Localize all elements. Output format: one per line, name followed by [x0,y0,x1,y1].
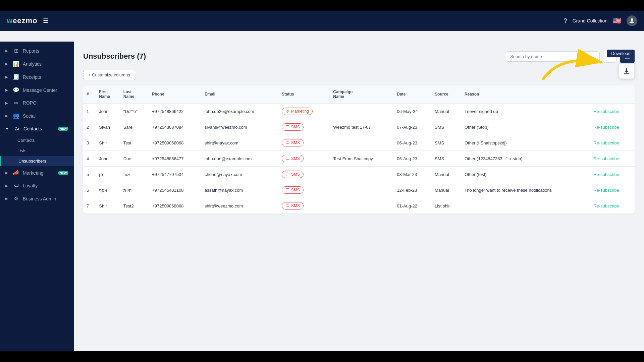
cell-email: sivans@weezmo.com [201,119,278,135]
cell-email: assafh@nayax.com [201,182,278,198]
cell-date: 06-Aug-23 [393,151,431,167]
cell-first-name: Shir [96,198,120,214]
resubscribe-link[interactable]: Re-subscribe [593,156,619,161]
org-name[interactable]: Grand Collection [573,18,607,23]
sidebar-subitem-lists[interactable]: Lists [0,145,74,156]
table-row: 7 Shir Test2 +972509068068 shirt@weezmo.… [83,198,635,214]
cell-first-name: אסף [96,182,120,198]
resubscribe-link[interactable]: Re-subscribe [593,172,619,177]
unsubscribers-table: # FirstName LastName Phone Email Status … [83,85,635,214]
cell-num: 2 [83,119,96,135]
cell-action: Re-subscribe [590,119,635,135]
sidebar-item-label: Marketing [23,170,55,176]
sidebar-item-receipts[interactable]: ▶ 🧾 Receipts [0,70,74,83]
new-badge: NEW [58,171,68,175]
cell-action: Re-subscribe [590,103,635,119]
col-phone: Phone [149,85,201,103]
resubscribe-link[interactable]: Re-subscribe [593,140,619,145]
cell-first-name: John [96,151,120,167]
sidebar-item-analytics[interactable]: ▶ 📊 Analytics [0,57,74,70]
resubscribe-link[interactable]: Re-subscribe [593,203,619,208]
cell-source: SMS [431,135,461,151]
col-action [590,85,635,103]
navbar-right: ? Grand Collection 🇺🇸 [564,15,637,26]
new-badge: NEW [58,127,68,131]
cell-date: 12-Feb-23 [393,182,431,198]
cell-status: SMS [278,182,330,198]
sidebar: ▶ ⊞ Reports ▶ 📊 Analytics ▶ 🧾 Receipts ▶… [0,42,74,362]
hamburger-icon[interactable]: ☰ [43,17,48,24]
cell-num: 3 [83,135,96,151]
cell-date: 01-Aug-22 [393,198,431,214]
page-header: Unsubscribers (7) [83,50,635,63]
sidebar-item-label: Loyalty [23,183,68,188]
table-row: 3 Shir Test +972509068068 shirt@nayax.co… [83,135,635,151]
bottom-black-bar [0,351,644,362]
cell-num: 7 [83,198,96,214]
customize-columns-button[interactable]: + Customize columns [83,70,135,80]
cell-campaign [330,167,393,182]
cell-num: 5 [83,167,96,182]
logo: weezmo [7,16,38,25]
col-campaign: CampaignName [330,85,393,103]
cell-email: john.do2e@example.com [201,103,278,119]
table-row: 6 אסף חיות +972545401108 assafh@nayax.co… [83,182,635,198]
cell-status: SMS [278,151,330,167]
cell-phone: +972547707504 [149,167,201,182]
sidebar-item-business-admin[interactable]: ▶ ⚙ Business Admin [0,192,74,205]
resubscribe-link[interactable]: Re-subscribe [593,188,619,193]
chevron-icon: ▶ [5,171,8,175]
resubscribe-link[interactable]: Re-subscribe [593,125,619,130]
col-reason: Reason [461,85,590,103]
sidebar-item-reports[interactable]: ▶ ⊞ Reports [0,44,74,57]
flag-icon[interactable]: 🇺🇸 [613,17,621,25]
cell-campaign [330,182,393,198]
cell-status: SMS [278,119,330,135]
marketing-icon: 📣 [13,170,19,176]
cell-campaign: Test From Shai copy [330,151,393,167]
cell-date: 07-Aug-23 [393,119,431,135]
status-badge: SMS [282,123,304,131]
download-icon-button[interactable] [619,63,635,79]
layout: ▶ ⊞ Reports ▶ 📊 Analytics ▶ 🧾 Receipts ▶… [0,42,644,362]
sidebar-item-contacts[interactable]: ▼ 🗂 Contacts NEW [0,122,74,135]
user-avatar[interactable] [627,15,637,26]
table-header-row: # FirstName LastName Phone Email Status … [83,85,635,103]
sidebar-item-message-center[interactable]: ▶ 💬 Message Center [0,83,74,97]
reports-icon: ⊞ [13,48,19,54]
loyalty-icon: 🏷 [13,183,19,189]
search-input[interactable] [506,51,600,62]
analytics-icon: 📊 [13,61,19,67]
cell-phone: +972545401108 [149,182,201,198]
sidebar-item-label: Receipts [23,74,68,80]
cell-action: Re-subscribe [590,198,635,214]
sidebar-item-marketing[interactable]: ▶ 📣 Marketing NEW [0,166,74,179]
cell-last-name: אור [120,167,149,182]
cell-first-name: John [96,103,120,119]
cell-action: Re-subscribe [590,135,635,151]
resubscribe-link[interactable]: Re-subscribe [593,109,619,114]
top-black-bar [0,0,644,11]
cell-num: 1 [83,103,96,119]
sidebar-subitem-unsubscribers[interactable]: Unsubscribers [0,156,74,166]
cell-source: Manual [431,167,461,182]
cell-last-name: Test [120,135,149,151]
cell-status: SMS [278,135,330,151]
cell-campaign [330,103,393,119]
cell-reason: I never signed up [461,103,590,119]
sidebar-item-ropo[interactable]: ▶ ∞ ROPO [0,97,74,109]
sidebar-subitem-contacts[interactable]: Contacts [0,135,74,145]
cell-first-name: Sivan [96,119,120,135]
cell-status: SMS [278,167,330,182]
cell-last-name: Sarel [120,119,149,135]
table-body: 1 John "Do""e" +972548866422 john.do2e@e… [83,103,635,214]
table-row: 4 John Doe +972548866477 john.doe@exampl… [83,151,635,167]
sidebar-item-label: Analytics [23,61,68,67]
cell-reason: Other (חי"ד 1234847363 stop) [461,151,590,167]
chevron-icon: ▶ [5,75,8,79]
help-icon[interactable]: ? [564,17,567,24]
status-badge: SMS [282,186,304,194]
sidebar-item-loyalty[interactable]: ▶ 🏷 Loyalty [0,179,74,192]
cell-date: 08-Mar-23 [393,167,431,182]
sidebar-item-social[interactable]: ▶ 👥 Social [0,109,74,122]
